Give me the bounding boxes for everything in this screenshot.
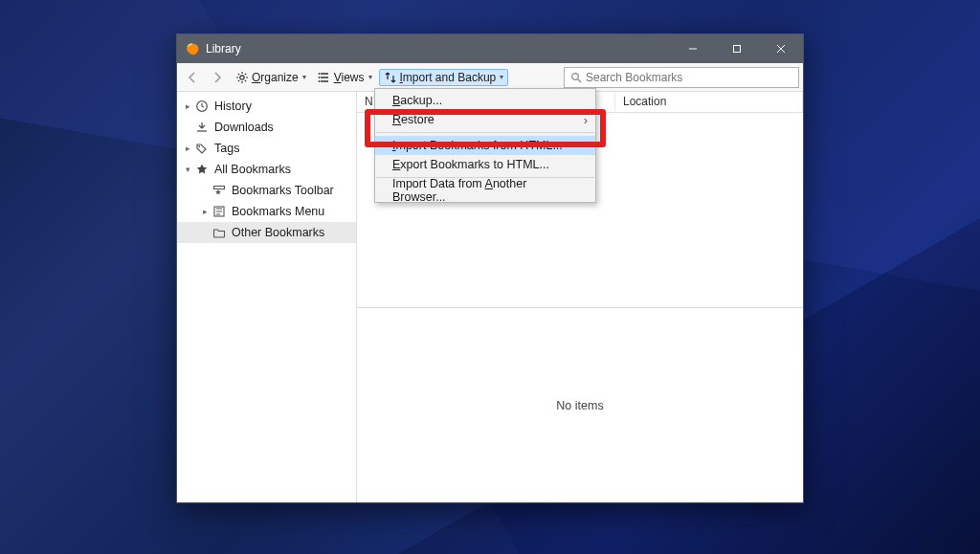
svg-point-8 <box>198 145 200 147</box>
tree-label: Downloads <box>214 121 274 134</box>
import-backup-label: Import and Backup <box>400 71 497 84</box>
menu-separator <box>376 132 594 133</box>
chevron-down-icon: ▾ <box>302 73 306 81</box>
tree-label: Other Bookmarks <box>232 226 324 239</box>
twisty-icon[interactable]: ▸ <box>198 207 212 216</box>
titlebar: Library <box>177 34 803 63</box>
svg-rect-9 <box>214 187 225 189</box>
tree-row-tags[interactable]: ▸ Tags <box>177 138 356 159</box>
views-label: Views <box>334 71 365 84</box>
chevron-down-icon: ▾ <box>368 73 372 81</box>
twisty-icon[interactable]: ▸ <box>181 144 194 153</box>
column-header-location[interactable]: Location <box>615 92 803 112</box>
firefox-icon <box>185 41 200 56</box>
menu-item-backup[interactable]: Backup... <box>375 91 595 110</box>
tree-row-bookmarks-toolbar[interactable]: ▸ Bookmarks Toolbar <box>177 180 356 201</box>
library-window: Library Organize ▾ Vi <box>176 33 804 503</box>
tree-label: Bookmarks Menu <box>232 205 324 218</box>
import-export-icon <box>384 71 397 84</box>
search-field[interactable] <box>564 67 799 88</box>
no-items-label: No items <box>556 399 603 412</box>
svg-point-6 <box>572 73 579 79</box>
tree-row-bookmarks-menu[interactable]: ▸ Bookmarks Menu <box>177 201 356 222</box>
tree-label: Tags <box>214 142 239 155</box>
tree-label: All Bookmarks <box>214 163 291 176</box>
gear-icon <box>235 71 249 84</box>
twisty-icon[interactable]: ▸ <box>181 101 194 111</box>
tree-row-history[interactable]: ▸ History <box>177 96 356 117</box>
svg-point-4 <box>318 77 320 78</box>
bookmarks-menu-icon <box>212 204 227 219</box>
clock-icon <box>194 99 210 114</box>
tree-row-downloads[interactable]: ▸ Downloads <box>177 117 356 138</box>
download-icon <box>194 120 210 135</box>
tree-label: History <box>214 100 252 113</box>
tree-row-other-bookmarks[interactable]: ▸ Other Bookmarks <box>177 222 356 243</box>
import-backup-menu: Backup... Restore Import Bookmarks from … <box>374 88 596 203</box>
menu-item-import-html[interactable]: Import Bookmarks from HTML... <box>375 136 595 155</box>
folder-icon <box>212 225 227 240</box>
search-icon <box>570 72 582 83</box>
tag-icon <box>194 141 210 156</box>
menu-item-restore[interactable]: Restore <box>375 110 595 129</box>
minimize-button[interactable] <box>671 34 715 63</box>
close-button[interactable] <box>759 34 803 63</box>
forward-button[interactable] <box>206 69 229 86</box>
svg-point-2 <box>240 75 244 78</box>
tree-row-all-bookmarks[interactable]: ▾ All Bookmarks <box>177 159 356 180</box>
bookmarks-toolbar-icon <box>212 183 227 198</box>
chevron-down-icon: ▾ <box>500 73 503 81</box>
menu-item-export-html[interactable]: Export Bookmarks to HTML... <box>375 155 595 174</box>
back-button[interactable] <box>181 69 204 86</box>
svg-point-3 <box>318 73 320 75</box>
twisty-icon[interactable]: ▾ <box>181 165 194 174</box>
window-title: Library <box>206 42 241 55</box>
menu-item-import-browser[interactable]: Import Data from Another Browser... <box>375 181 595 200</box>
import-backup-menu-button[interactable]: Import and Backup ▾ <box>379 69 509 86</box>
svg-rect-1 <box>734 46 741 53</box>
detail-pane: No items <box>357 307 803 502</box>
list-icon <box>318 71 331 84</box>
organize-menu-button[interactable]: Organize ▾ <box>231 69 311 86</box>
organize-label: Organize <box>252 71 299 84</box>
tree-label: Bookmarks Toolbar <box>232 184 334 197</box>
views-menu-button[interactable]: Views ▾ <box>313 69 377 86</box>
maximize-button[interactable] <box>715 34 759 63</box>
star-icon <box>194 162 210 177</box>
sidebar-tree: ▸ History ▸ Downloads ▸ Tags ▾ All Bookm… <box>177 92 357 502</box>
svg-point-5 <box>318 80 320 82</box>
search-input[interactable] <box>586 71 792 84</box>
